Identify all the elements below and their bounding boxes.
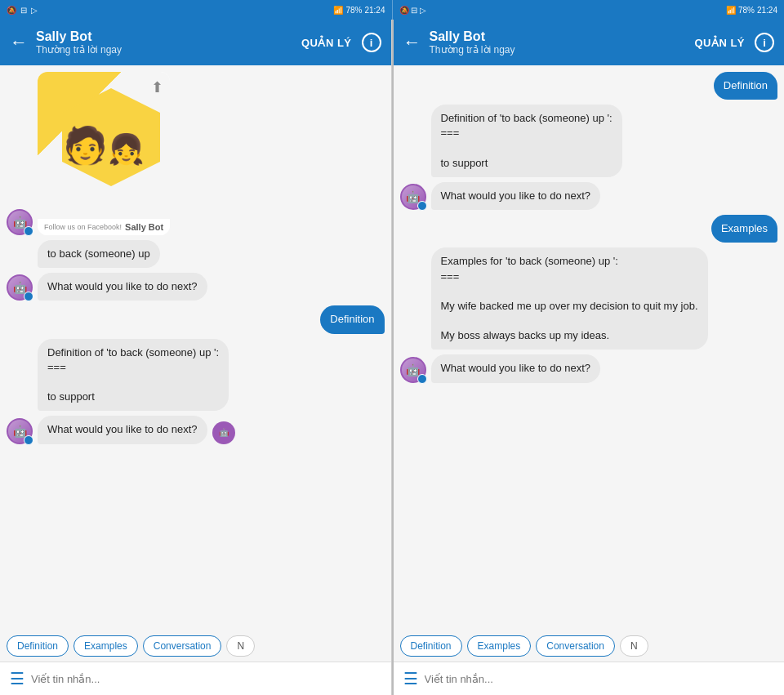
left-qr-conversation[interactable]: Conversation [143,635,222,657]
status-bar-left: 🔕 ⊟ ▷ 📶 78% 21:24 [0,0,392,20]
right-info-button[interactable]: i [755,33,774,52]
right-qr-conversation[interactable]: Conversation [536,635,615,657]
left-image-footer: Follow us on Facebook! Sally Bot [38,219,170,235]
left-panel: ← Sally Bot Thường trả lời ngay QUẢN LÝ … [0,20,392,695]
right-bot-status: Thường trả lời ngay [430,44,687,56]
right-avatar-face-1: 🤖 [402,185,425,208]
right-bot-avatar-1: 🤖 [400,184,426,210]
right-avatar-face-2: 🤖 [402,359,425,381]
left-signal: 📶 [333,6,343,15]
right-user-bubble-definition: Definition [714,72,777,100]
left-bubble-1: to back (someone) up [38,240,160,268]
right-msg-row-3: Examples [400,215,778,243]
left-bubble-2: What would you like to do next? [38,273,207,301]
left-msg-row-3: Definition [7,305,385,333]
left-message-input[interactable] [31,673,381,685]
left-header-info: Sally Bot Thường trả lời ngay [36,29,293,56]
right-status-icons: 📶 78% 21:24 [726,6,777,15]
left-avatar-face: 🤖 [8,211,31,234]
left-quick-replies: Definition Examples Conversation N [0,630,391,662]
right-bubble-1: Definition of 'to back (someone) up ': =… [431,105,622,177]
panels-container: ← Sally Bot Thường trả lời ngay QUẢN LÝ … [0,20,784,695]
right-panel: ← Sally Bot Thường trả lời ngay QUẢN LÝ … [394,20,785,695]
right-time: 21:24 [757,6,777,15]
right-battery: 78% [738,6,755,15]
left-bot-avatar-3: 🤖 [7,418,33,444]
right-msg-row-4: Examples for 'to back (someone) up ': ==… [400,247,778,350]
right-menu-icon[interactable]: ☰ [403,669,418,688]
left-bottom-bar: ☰ [0,662,391,695]
left-qr-more[interactable]: N [226,635,255,657]
right-message-input[interactable] [425,673,775,685]
left-msg-row-1: to back (someone) up [7,240,385,268]
left-user-bubble-1: Definition [320,305,384,333]
right-msg-row-0: Definition [400,72,778,100]
left-battery: 78% [345,6,362,15]
left-avatar-face-2: 🤖 [8,276,31,299]
left-header: ← Sally Bot Thường trả lời ngay QUẢN LÝ … [0,20,391,65]
right-qr-examples[interactable]: Examples [467,635,532,657]
left-image-placeholder: 🧑 👧 ⬆ [38,72,170,219]
right-bot-name: Sally Bot [430,29,687,44]
right-quan-ly-button[interactable]: QUẢN LÝ [694,37,745,49]
left-bot-avatar-1: 🤖 [7,209,33,235]
status-bar-right: 🔕 ⊟ ▷ 📶 78% 21:24 [393,0,785,20]
left-bot-label: Sally Bot [125,222,163,232]
left-back-button[interactable]: ← [10,32,28,53]
left-share-icon[interactable]: ⬆ [151,78,163,96]
right-qr-more[interactable]: N [620,635,648,657]
left-figure2: 👧 [108,132,145,167]
left-msg-row-2: 🤖 What would you like to do next? [7,273,385,301]
left-figure1: 🧑 [63,124,108,167]
left-header-actions: QUẢN LÝ i [301,33,381,52]
right-bubble-3: Examples for 'to back (someone) up ': ==… [431,247,708,350]
left-bot-avatar-2: 🤖 [7,274,33,301]
right-bubble-4: What would you like to do next? [431,354,601,382]
right-header-info: Sally Bot Thường trả lời ngay [430,29,687,56]
left-msg-row-5: 🤖 What would you like to do next? 🤖 [7,416,385,443]
left-bot-name: Sally Bot [36,29,293,44]
right-chat-area[interactable]: Definition Definition of 'to back (someo… [394,65,785,630]
left-figures: 🧑 👧 [63,124,145,167]
left-bubble-4: What would you like to do next? [38,416,207,443]
left-image-bubble: 🧑 👧 ⬆ Follow us on Facebook! Sally Bot [38,72,170,235]
right-back-button[interactable]: ← [403,32,421,53]
left-chat-area[interactable]: 🤖 🧑 👧 ⬆ Follow us on Facebook! Sally Bot [0,65,391,630]
right-qr-definition[interactable]: Definition [400,635,462,657]
right-quick-replies: Definition Examples Conversation N [394,630,785,662]
right-bot-avatar-2: 🤖 [400,357,426,383]
left-qr-examples[interactable]: Examples [74,635,138,657]
right-user-bubble-examples: Examples [711,215,777,243]
right-carrier-icons: 🔕 ⊟ ▷ [399,6,427,15]
right-msg-row-5: 🤖 What would you like to do next? [400,354,778,382]
left-avatar-face-3: 🤖 [8,420,31,443]
left-status-icons: 📶 78% 21:24 [333,6,385,15]
right-bottom-bar: ☰ [394,662,785,695]
right-bubble-2: What would you like to do next? [431,182,601,210]
left-menu-icon[interactable]: ☰ [10,669,24,688]
left-small-avatar: 🤖 [212,421,235,444]
left-info-button[interactable]: i [362,33,381,52]
left-fb-label: Follow us on Facebook! [44,223,122,231]
left-bot-status: Thường trả lời ngay [36,44,293,56]
left-bubble-3: Definition of 'to back (someone) up ': =… [38,339,229,412]
right-header-actions: QUẢN LÝ i [694,33,774,52]
left-qr-definition[interactable]: Definition [7,635,69,657]
left-msg-row-4: Definition of 'to back (someone) up ': =… [7,339,385,412]
right-header: ← Sally Bot Thường trả lời ngay QUẢN LÝ … [394,20,785,65]
right-msg-row-1: Definition of 'to back (someone) up ': =… [400,105,778,177]
right-signal: 📶 [726,6,736,15]
right-msg-row-2: 🤖 What would you like to do next? [400,182,778,210]
left-time: 21:24 [364,6,385,15]
left-image-row: 🤖 🧑 👧 ⬆ Follow us on Facebook! Sally Bot [7,72,385,235]
status-bar: 🔕 ⊟ ▷ 📶 78% 21:24 🔕 ⊟ ▷ 📶 78% 21:24 [0,0,784,20]
left-carrier-icons: 🔕 ⊟ ▷ [7,6,38,15]
left-quan-ly-button[interactable]: QUẢN LÝ [301,37,352,49]
